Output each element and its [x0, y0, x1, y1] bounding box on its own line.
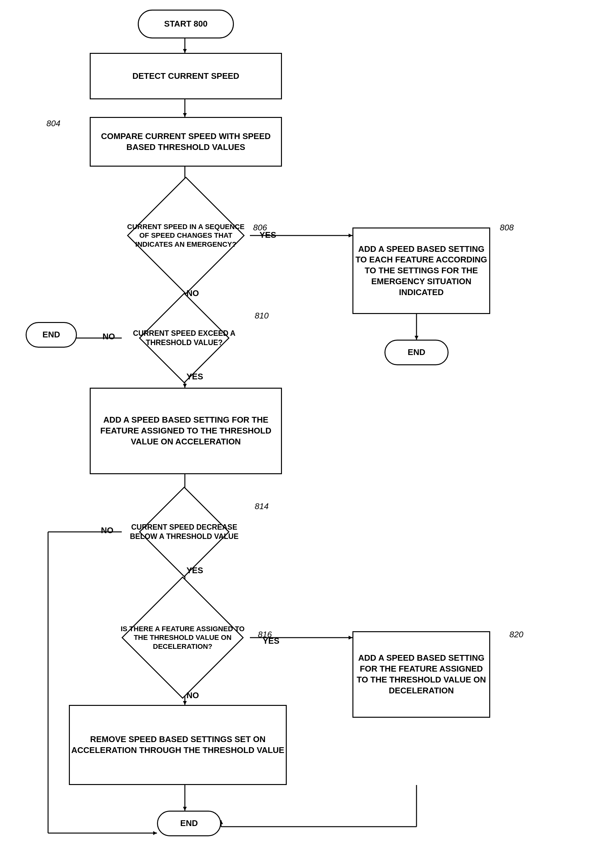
svg-marker-29 [183, 807, 187, 810]
node-804-label: COMPARE CURRENT SPEED WITH SPEED BASED T… [91, 131, 281, 153]
node-818-label: REMOVE SPEED BASED SETTINGS SET ON ACCEL… [70, 734, 286, 756]
end-808-label: END [408, 347, 426, 358]
node-820-label: ADD A SPEED BASED SETTING FOR THE FEATUR… [354, 653, 489, 696]
svg-marker-25 [349, 636, 352, 639]
svg-marker-1 [183, 49, 187, 53]
svg-marker-21 [153, 831, 157, 835]
diamond-806-container: CURRENT SPEED IN A SEQUENCE OF SPEED CHA… [119, 184, 253, 287]
flowchart-diagram: START 800 802 DETECT CURRENT SPEED 804 C… [0, 0, 594, 868]
yes-810-label: YES [186, 372, 203, 382]
diamond-814-text: CURRENT SPEED DECREASE BELOW A THRESHOLD… [115, 500, 253, 564]
ref-810: 810 [255, 311, 268, 321]
diamond-816-text: IS THERE A FEATURE ASSIGNED TO THE THRES… [109, 586, 256, 689]
yes-816-label: YES [263, 636, 279, 646]
end-final-node: END [157, 810, 221, 836]
node-804: COMPARE CURRENT SPEED WITH SPEED BASED T… [90, 117, 282, 167]
ref-808: 808 [500, 223, 514, 233]
start-label: START 800 [164, 19, 207, 30]
end-808-node: END [385, 340, 448, 365]
node-812: ADD A SPEED BASED SETTING FOR THE FEATUR… [90, 388, 282, 474]
svg-marker-15 [183, 384, 187, 388]
svg-marker-7 [349, 233, 352, 238]
svg-marker-9 [414, 336, 419, 340]
no-810-label: NO [103, 332, 115, 342]
ref-814: 814 [255, 502, 268, 511]
node-808: ADD A SPEED BASED SETTING TO EACH FEATUR… [352, 227, 490, 314]
node-808-label: ADD A SPEED BASED SETTING TO EACH FEATUR… [354, 244, 489, 298]
yes-806-label: YES [259, 230, 276, 240]
node-818: REMOVE SPEED BASED SETTINGS SET ON ACCEL… [69, 705, 287, 785]
end-810-label: END [43, 329, 60, 340]
diamond-816-container: IS THERE A FEATURE ASSIGNED TO THE THRES… [109, 586, 256, 689]
no-816-label: NO [186, 691, 199, 700]
start-node: START 800 [138, 10, 234, 38]
no-814-label: NO [101, 526, 113, 536]
svg-marker-27 [183, 701, 187, 705]
svg-marker-3 [183, 113, 187, 117]
end-final-label: END [180, 818, 198, 829]
diamond-806-text: CURRENT SPEED IN A SEQUENCE OF SPEED CHA… [119, 184, 253, 287]
ref-804: 804 [46, 118, 60, 128]
ref-820: 820 [509, 630, 523, 639]
node-802: DETECT CURRENT SPEED [90, 53, 282, 99]
yes-814-label: YES [186, 565, 203, 576]
diamond-810-container: CURRENT SPEED EXCEED A THRESHOLD VALUE? [115, 306, 253, 370]
node-812-label: ADD A SPEED BASED SETTING FOR THE FEATUR… [91, 415, 281, 447]
diamond-814-container: CURRENT SPEED DECREASE BELOW A THRESHOLD… [115, 500, 253, 564]
node-802-label: DETECT CURRENT SPEED [132, 71, 239, 82]
diamond-810-text: CURRENT SPEED EXCEED A THRESHOLD VALUE? [115, 306, 253, 370]
node-820: ADD A SPEED BASED SETTING FOR THE FEATUR… [352, 631, 490, 718]
end-810-node: END [26, 322, 77, 348]
